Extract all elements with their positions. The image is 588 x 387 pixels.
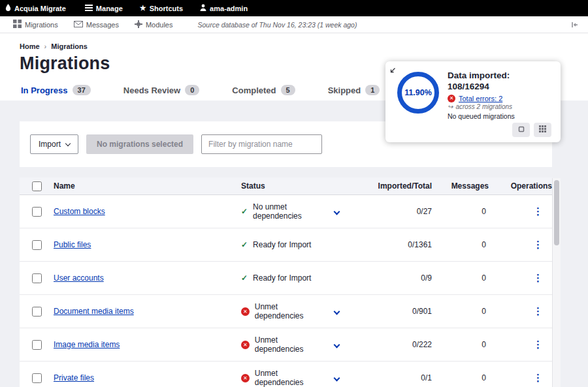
operations-cell: ⋮: [489, 339, 552, 350]
row-checkbox[interactable]: [32, 207, 42, 217]
messages-count: 0: [432, 340, 489, 349]
user-menu[interactable]: ama-admin: [191, 0, 256, 16]
import-button-label: Import: [39, 140, 61, 149]
migration-name-cell: Document media items: [54, 307, 241, 316]
tab-needs-review[interactable]: Needs Review 0: [122, 76, 201, 103]
error-circle-icon: ✕: [241, 374, 250, 382]
header-messages: Messages: [432, 181, 489, 191]
migration-link[interactable]: Image media items: [54, 340, 120, 349]
card-buttons: [448, 123, 551, 137]
chevron-down-icon[interactable]: [333, 341, 341, 349]
imported-total-value: 0/1: [366, 373, 432, 382]
manage-menu[interactable]: Manage: [76, 0, 131, 16]
queue-grid-button[interactable]: [534, 123, 551, 137]
brand-home-link[interactable]: Acquia Migrate: [0, 0, 76, 16]
row-checkbox[interactable]: [32, 273, 42, 283]
row-checkbox-cell: [20, 373, 54, 383]
kebab-menu-icon[interactable]: ⋮: [533, 372, 543, 383]
across-migrations-label: across 2 migrations: [455, 103, 512, 110]
messages-count: 0: [432, 207, 489, 216]
migration-link[interactable]: User accounts: [54, 273, 104, 283]
breadcrumb: Home › Migrations: [20, 42, 568, 50]
migrations-label: Migrations: [25, 21, 58, 29]
tab-in-progress[interactable]: In Progress 37: [20, 76, 92, 103]
migration-name-cell: Image media items: [54, 340, 241, 349]
row-checkbox[interactable]: [32, 307, 42, 317]
return-arrow-icon: ↪: [448, 103, 453, 110]
tab-label: Needs Review: [123, 85, 180, 95]
table-row: Document media items ✕ Unmet dependencie…: [20, 295, 552, 328]
chevron-down-icon: [65, 140, 71, 146]
kebab-menu-icon[interactable]: ⋮: [533, 206, 543, 217]
resize-arrow-icon[interactable]: [389, 65, 396, 76]
migration-link[interactable]: Custom blocks: [54, 207, 105, 216]
total-errors-link[interactable]: Total errors: 2: [459, 95, 502, 102]
breadcrumb-separator: ›: [44, 42, 47, 50]
chevron-down-icon[interactable]: [333, 374, 341, 382]
operations-cell: ⋮: [489, 372, 552, 384]
breadcrumb-home-link[interactable]: Home: [20, 42, 40, 50]
kebab-menu-icon[interactable]: ⋮: [533, 239, 543, 250]
migration-filter-input[interactable]: [201, 134, 322, 154]
migration-link[interactable]: Private files: [54, 373, 94, 382]
imported-total-value: 0/901: [366, 307, 432, 316]
migration-name-cell: Private files: [54, 373, 241, 382]
chevron-down-icon[interactable]: [333, 208, 341, 216]
kebab-menu-icon[interactable]: ⋮: [533, 305, 543, 317]
migration-name-cell: User accounts: [54, 273, 241, 283]
collapse-toolbar-icon[interactable]: [566, 21, 583, 29]
selection-status-button: No migrations selected: [86, 134, 193, 154]
toolbar-item-migrations[interactable]: Migrations: [5, 16, 66, 33]
stop-button[interactable]: [512, 123, 530, 137]
shortcuts-menu[interactable]: ★ Shortcuts: [131, 0, 191, 16]
chevron-down-icon[interactable]: [333, 307, 341, 316]
modules-label: Modules: [146, 21, 173, 29]
tab-skipped[interactable]: Skipped 1: [327, 76, 382, 103]
error-circle-icon: ✕: [448, 95, 455, 102]
stop-icon: [518, 125, 525, 134]
row-checkbox[interactable]: [32, 373, 42, 383]
status-text: Unmet dependencies: [255, 335, 327, 354]
tab-label: Completed: [232, 85, 276, 95]
vertical-scrollbar: [552, 178, 561, 387]
manage-label: Manage: [96, 5, 123, 12]
data-imported-label: Data imported:: [448, 70, 551, 82]
check-icon: ✓: [241, 207, 248, 216]
gear-icon: [135, 20, 142, 29]
kebab-menu-icon[interactable]: ⋮: [533, 339, 543, 350]
imported-total-value: 0/27: [366, 207, 432, 216]
status-cell: ✓ No unmet dependencies: [241, 202, 366, 221]
kebab-menu-icon[interactable]: ⋮: [533, 272, 543, 283]
across-migrations-note: ↪ across 2 migrations: [448, 103, 551, 110]
tab-count-badge: 0: [185, 85, 199, 95]
check-icon: ✓: [241, 273, 248, 283]
tab-label: Skipped: [328, 85, 361, 95]
row-checkbox-cell: [20, 240, 54, 250]
toolbar-item-messages[interactable]: Messages: [66, 16, 127, 33]
operations-cell: ⋮: [489, 206, 552, 217]
migration-name-cell: Custom blocks: [54, 207, 241, 216]
migration-link[interactable]: Public files: [54, 240, 91, 249]
row-checkbox[interactable]: [32, 340, 42, 350]
status-cell: ✕ Unmet dependencies: [241, 302, 366, 320]
import-dropdown-button[interactable]: Import: [30, 134, 78, 154]
status-text: Ready for Import: [253, 240, 311, 249]
error-circle-icon: ✕: [241, 307, 250, 316]
breadcrumb-current-link[interactable]: Migrations: [51, 42, 88, 50]
select-all-checkbox[interactable]: [32, 181, 42, 191]
status-cell: ✕ Unmet dependencies: [241, 369, 366, 387]
migration-link[interactable]: Document media items: [54, 307, 134, 316]
scrollbar-thumb[interactable]: [554, 180, 559, 245]
import-progress-card: 11.90% Data imported: 108/16294 ✕ Total …: [385, 61, 561, 142]
table-row: Public files ✓ Ready for Import 0/1361 0…: [20, 228, 552, 262]
toolbar-item-modules[interactable]: Modules: [127, 16, 181, 33]
row-checkbox[interactable]: [32, 240, 42, 250]
grid-icon: [13, 20, 22, 29]
select-all-cell: [20, 181, 54, 191]
tab-completed[interactable]: Completed 5: [231, 76, 296, 103]
tab-count-badge: 37: [73, 85, 91, 95]
row-checkbox-cell: [20, 340, 54, 350]
migration-name-cell: Public files: [54, 240, 241, 249]
status-text: Unmet dependencies: [255, 302, 327, 320]
status-cell: ✓ Ready for Import: [241, 273, 366, 283]
